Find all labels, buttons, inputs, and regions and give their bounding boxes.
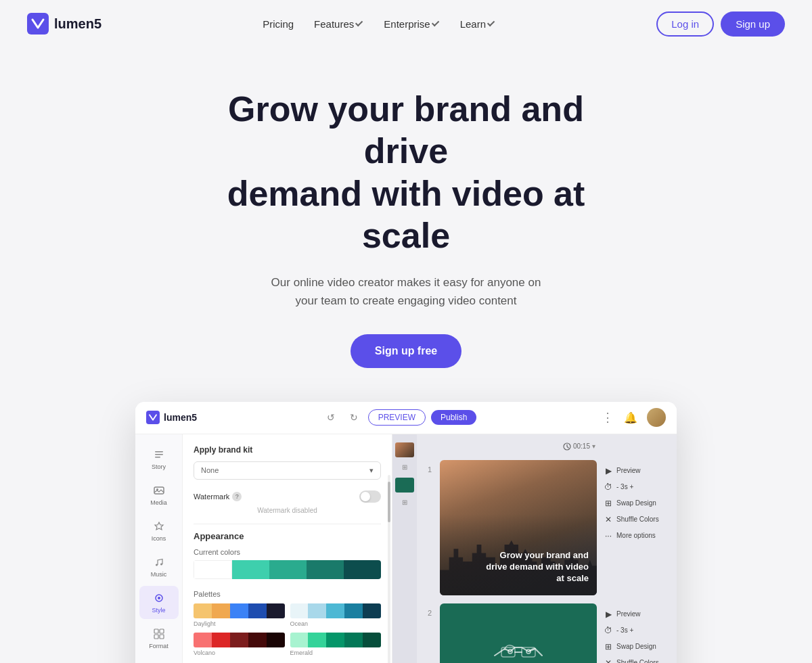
logo-icon [27, 13, 49, 35]
user-avatar[interactable] [647, 408, 666, 427]
thumbnail-add-icon-2: ⊞ [395, 495, 414, 510]
play-icon: ▶ [604, 466, 613, 476]
swatch [290, 603, 309, 618]
media-icon [152, 484, 166, 497]
swatch [326, 603, 344, 618]
svg-rect-4 [155, 457, 160, 458]
slide-1-preview-btn[interactable]: ▶ Preview [602, 464, 677, 478]
swatch [248, 603, 267, 618]
slide-card-2[interactable]: Build trust with your clients and demons… [440, 603, 597, 663]
slide-2-actions: ▶ Preview ⏱ - 3s + ⊞ Swap Design [602, 603, 677, 663]
slide-2-preview-btn[interactable]: ▶ Preview [602, 608, 677, 621]
svg-rect-15 [160, 635, 164, 639]
sidebar-item-style[interactable]: Style [139, 586, 179, 619]
style-panel: Apply brand kit None ▾ Watermark ? Water… [183, 434, 392, 663]
palette-ocean[interactable]: Ocean [290, 603, 382, 627]
sidebar-item-format[interactable]: Format [139, 622, 179, 655]
watermark-hint: Watermark disabled [194, 507, 381, 514]
svg-rect-2 [155, 451, 163, 453]
media-label: Media [150, 499, 167, 506]
color-swatch-dark-teal[interactable] [344, 560, 381, 579]
logo-text: lumen5 [54, 16, 102, 32]
watermark-help-icon[interactable]: ? [232, 492, 242, 501]
mockup-topbar: lumen5 ↺ ↻ PREVIEW Publish ⋮ 🔔 [135, 402, 677, 434]
scrollbar-thumb [388, 482, 390, 522]
nav-link-enterprise[interactable]: Enterprise [376, 13, 447, 35]
publish-button[interactable]: Publish [431, 410, 476, 425]
ocean-colors [290, 603, 382, 618]
emerald-colors [290, 633, 382, 647]
palette-daylight[interactable]: Daylight [194, 603, 285, 627]
slide-1-more-options[interactable]: ··· More options [602, 529, 677, 543]
preview-button[interactable]: PREVIEW [368, 409, 426, 426]
palette-emerald[interactable]: Emerald [290, 633, 382, 656]
slide-row-2: 2 [425, 603, 677, 663]
svg-point-6 [156, 488, 158, 490]
signup-free-button[interactable]: Sign up free [351, 334, 461, 368]
swatch [344, 633, 363, 647]
logo[interactable]: lumen5 [27, 13, 102, 35]
watermark-row: Watermark ? [194, 490, 381, 503]
color-swatch-white[interactable] [194, 560, 232, 579]
clock-icon: ⏱ [604, 482, 613, 492]
slide-2-timer-control[interactable]: ⏱ - 3s + [602, 624, 677, 637]
preview-slides: 00:15 ▾ 1 [417, 434, 677, 663]
nav-link-learn[interactable]: Learn [452, 13, 503, 35]
color-swatch-teal-mid[interactable] [269, 560, 307, 579]
color-swatch-teal-light[interactable] [232, 560, 269, 579]
sidebar-item-icons[interactable]: Icons [139, 514, 179, 547]
swatch [212, 603, 230, 618]
sidebar-item-transcript[interactable]: Transcript [139, 658, 179, 663]
swatch [290, 633, 309, 647]
sidebar-item-music[interactable]: Music [139, 550, 179, 583]
slide-card-1[interactable]: Grow your brand and drive demand with vi… [440, 460, 597, 595]
swatch [308, 633, 326, 647]
mockup-sidebar: Story Media [135, 434, 183, 663]
navbar: lumen5 Pricing Features Enterprise Learn… [0, 0, 812, 47]
brand-kit-dropdown[interactable]: None ▾ [194, 461, 381, 480]
music-label: Music [151, 571, 167, 578]
music-icon [152, 555, 166, 569]
panel-scrollbar[interactable] [388, 475, 390, 663]
slide-1-timer-control[interactable]: ⏱ - 3s + [602, 480, 677, 494]
color-swatch-teal-dark[interactable] [307, 560, 344, 579]
nav-link-pricing[interactable]: Pricing [254, 13, 302, 35]
format-label: Format [149, 643, 168, 649]
undo-button[interactable]: ↺ [322, 409, 340, 426]
play-icon: ▶ [604, 610, 613, 619]
slide-number-2: 2 [425, 603, 434, 617]
palette-volcano[interactable]: Volcano [194, 633, 285, 656]
swap-icon: ⊞ [604, 499, 613, 508]
swap-icon: ⊞ [604, 642, 613, 651]
clock-icon [563, 442, 571, 451]
mockup-logo-icon [146, 411, 160, 424]
swatch [194, 603, 212, 618]
signup-button[interactable]: Sign up [721, 12, 785, 37]
mockup-logo: lumen5 [146, 411, 197, 424]
slide-2-swap-design[interactable]: ⊞ Swap Design [602, 640, 677, 654]
sidebar-item-story[interactable]: Story [139, 442, 179, 476]
notifications-bell[interactable]: 🔔 [621, 408, 640, 427]
style-icon [152, 591, 166, 605]
more-options-button[interactable]: ⋮ [602, 410, 614, 425]
watermark-toggle[interactable] [359, 490, 381, 503]
slide-row-1: 1 Grow your brand and dri [425, 460, 677, 595]
nav-links: Pricing Features Enterprise Learn [254, 13, 503, 35]
thumbnail-1[interactable] [395, 442, 414, 457]
slide-1-text-overlay: Grow your brand and drive demand with vi… [480, 550, 589, 585]
appearance-title: Appearance [194, 531, 381, 541]
redo-button[interactable]: ↻ [345, 409, 363, 426]
slide-2-shuffle-colors[interactable]: ✕ Shuffle Colors [602, 656, 677, 663]
chevron-down-icon [432, 19, 439, 26]
swatch [230, 603, 248, 618]
thumbnail-2[interactable] [395, 478, 414, 493]
nav-link-features[interactable]: Features [306, 13, 371, 35]
sidebar-item-media[interactable]: Media [139, 478, 179, 511]
swatch [267, 603, 285, 618]
palettes-label: Palettes [194, 590, 381, 598]
login-button[interactable]: Log in [656, 12, 714, 37]
nav-actions: Log in Sign up [656, 12, 785, 37]
slide-1-shuffle-colors[interactable]: ✕ Shuffle Colors [602, 513, 677, 526]
swatch [194, 633, 212, 647]
slide-1-swap-design[interactable]: ⊞ Swap Design [602, 497, 677, 510]
